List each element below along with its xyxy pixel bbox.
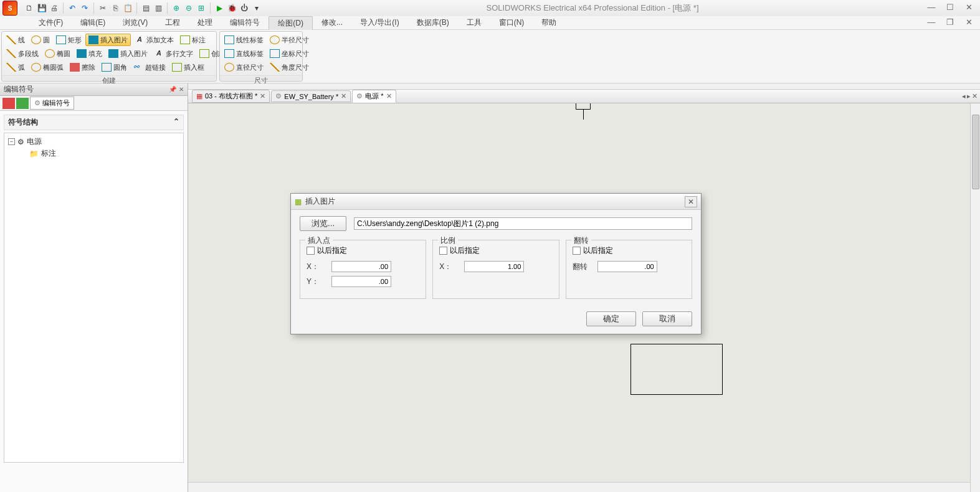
panel-tab-editsymbol[interactable]: ⚙ 编辑符号 [30, 97, 74, 110]
rbtn-circle[interactable]: 圆 [29, 34, 52, 46]
close-icon[interactable]: ✕ [179, 86, 184, 93]
checkbox-specify-later[interactable] [307, 247, 315, 255]
rbtn-line[interactable]: 线 [4, 34, 27, 46]
rbtn-hyperlink[interactable]: ⚯超链接 [131, 61, 168, 73]
browse-button[interactable]: 浏览... [300, 216, 346, 231]
rbtn-ellipse[interactable]: 椭圆 [42, 47, 73, 60]
mdi-close[interactable]: ✕ [960, 17, 978, 29]
pin-icon[interactable]: 📌 [169, 86, 176, 93]
x-input[interactable] [331, 261, 391, 272]
rbtn-ellipsearc[interactable]: 椭圆弧 [29, 61, 66, 73]
checkbox-specify-later[interactable] [573, 247, 581, 255]
gear-icon: ⚙ [17, 138, 24, 146]
mdi-restore[interactable]: ❐ [941, 17, 959, 29]
y-input[interactable] [331, 276, 391, 287]
qat-run-icon[interactable]: ▶ [214, 2, 225, 14]
qat-new-icon[interactable]: 🗋 [24, 2, 35, 14]
panel-tab-1[interactable] [2, 98, 15, 109]
menu-file[interactable]: 文件(F) [30, 16, 72, 29]
menu-process[interactable]: 处理 [189, 16, 221, 29]
collapse-icon[interactable]: ⌃ [173, 117, 179, 128]
qat-zoom-out-icon[interactable]: ⊖ [183, 2, 194, 14]
rbtn-radius[interactable]: 半径尺寸 [267, 34, 312, 46]
menu-tools[interactable]: 工具 [458, 16, 490, 29]
horizontal-scrollbar[interactable] [188, 482, 970, 492]
rbtn-polyline[interactable]: 多段线 [4, 47, 41, 60]
rbtn-multitext[interactable]: A多行文字 [151, 47, 196, 60]
checkbox-specify-later[interactable] [439, 247, 447, 255]
panel-tabs: ⚙ 编辑符号 [0, 96, 188, 111]
qat-paste-icon[interactable]: 📋 [122, 2, 133, 14]
tree-child[interactable]: 📁 标注 [7, 148, 181, 159]
qat-cut-icon[interactable]: ✂ [97, 2, 108, 14]
qat-debug-icon[interactable]: 🐞 [226, 2, 237, 14]
menu-project[interactable]: 工程 [156, 16, 189, 29]
qat-print-icon[interactable]: 🖨 [49, 2, 60, 14]
flip-input[interactable] [597, 261, 657, 272]
qat-zoom-in-icon[interactable]: ⊕ [171, 2, 182, 14]
expand-icon[interactable]: − [8, 138, 15, 145]
dialog-titlebar[interactable]: ▦ 插入图片 ✕ [291, 194, 701, 210]
path-input[interactable] [354, 217, 692, 230]
qat-redo-icon[interactable]: ↷ [79, 2, 90, 14]
doc-tab-3[interactable]: ⚙ 电源 * ✕ [352, 90, 396, 103]
nav-close-icon[interactable]: ✕ [972, 92, 978, 100]
panel-title: 编辑符号 [4, 84, 34, 95]
separator [210, 2, 211, 14]
rbtn-coord[interactable]: 坐标尺寸 [267, 47, 312, 60]
menu-browse[interactable]: 浏览(V) [114, 16, 156, 29]
qat-tool-icon[interactable]: ▤ [140, 2, 151, 14]
menu-editsymbol[interactable]: 编辑符号 [221, 16, 269, 29]
ok-button[interactable]: 确定 [586, 311, 636, 326]
tree-root[interactable]: − ⚙ 电源 [7, 136, 181, 148]
scale-input[interactable] [464, 261, 524, 272]
qat-save-icon[interactable]: 💾 [36, 2, 47, 14]
scrollbar-thumb[interactable] [972, 115, 979, 189]
menu-import[interactable]: 导入/导出(I) [351, 16, 408, 29]
rbtn-addtext[interactable]: A添加文本 [132, 34, 176, 46]
canvas-rectangle[interactable] [630, 344, 723, 395]
menu-draw[interactable]: 绘图(D) [269, 16, 313, 30]
menu-database[interactable]: 数据库(B) [408, 16, 458, 29]
menu-modify[interactable]: 修改... [313, 16, 351, 29]
menu-window[interactable]: 窗口(N) [490, 16, 533, 29]
qat-copy-icon[interactable]: ⎘ [110, 2, 121, 14]
panel-tab-2[interactable] [16, 98, 29, 109]
qat-dropdown-icon[interactable]: ▾ [251, 2, 262, 14]
mdi-minimize[interactable]: — [923, 17, 940, 29]
nav-prev-icon[interactable]: ◂ [962, 92, 966, 100]
rbtn-label[interactable]: 标注 [178, 34, 208, 46]
rbtn-arc[interactable]: 弧 [4, 61, 27, 73]
nav-next-icon[interactable]: ▸ [967, 92, 971, 100]
qat-undo-icon[interactable]: ↶ [67, 2, 78, 14]
qat-tool-icon[interactable]: ▥ [153, 2, 164, 14]
minimize-button[interactable]: — [923, 2, 940, 14]
menu-edit[interactable]: 编辑(E) [72, 16, 114, 29]
close-button[interactable]: ✕ [960, 2, 978, 14]
close-icon[interactable]: ✕ [260, 92, 265, 100]
maximize-button[interactable]: ☐ [941, 2, 959, 14]
rbtn-angle[interactable]: 角度尺寸 [267, 61, 312, 73]
rbtn-linlabel[interactable]: 线性标签 [222, 34, 266, 46]
menu-help[interactable]: 帮助 [533, 16, 565, 29]
rbtn-rect[interactable]: 矩形 [54, 34, 84, 46]
section-header[interactable]: 符号结构 ⌃ [4, 115, 184, 130]
rbtn-insert-image[interactable]: 插入图片 [85, 34, 131, 46]
rbtn-insert-image2[interactable]: 插入图片 [106, 47, 150, 60]
vertical-scrollbar[interactable] [970, 103, 980, 492]
cancel-button[interactable]: 取消 [642, 311, 692, 326]
rbtn-fill[interactable]: 填充 [74, 47, 105, 60]
doc-tab-1[interactable]: ▦ 03 - 布线方框图 * ✕ [192, 90, 270, 103]
rbtn-linelabel[interactable]: 直线标签 [222, 47, 266, 60]
close-icon[interactable]: ✕ [386, 92, 392, 100]
dialog-close-button[interactable]: ✕ [685, 196, 697, 207]
rbtn-diameter[interactable]: 直径尺寸 [222, 61, 266, 73]
qat-stop-icon[interactable]: ⏻ [239, 2, 250, 14]
rbtn-fillet[interactable]: 圆角 [99, 61, 130, 73]
doc-tab-2[interactable]: ⚙ EW_SY_Battery * ✕ [271, 90, 351, 102]
close-icon[interactable]: ✕ [341, 92, 346, 100]
rbtn-erase[interactable]: 擦除 [67, 61, 98, 73]
rbtn-insertframe[interactable]: 插入框 [169, 61, 207, 73]
title-bar: S 🗋 💾 🖨 ↶ ↷ ✂ ⎘ 📋 ▤ ▥ ⊕ ⊖ ⊞ ▶ 🐞 ⏻ ▾ SOLI… [0, 0, 980, 16]
qat-zoom-fit-icon[interactable]: ⊞ [196, 2, 207, 14]
